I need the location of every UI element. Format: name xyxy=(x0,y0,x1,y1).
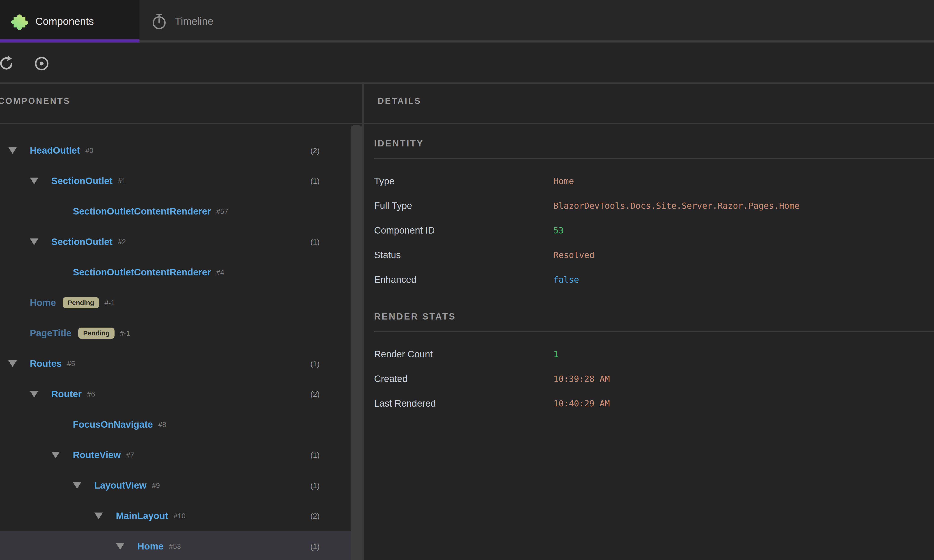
component-name: Home xyxy=(137,541,164,552)
component-name: Router xyxy=(51,389,82,400)
detail-value: Home xyxy=(553,176,574,186)
component-id: #53 xyxy=(169,542,181,551)
section-divider xyxy=(374,158,934,159)
detail-label: Type xyxy=(374,176,553,186)
tab-timeline-label: Timeline xyxy=(175,15,213,27)
child-count: (2) xyxy=(310,390,320,398)
tab-timeline[interactable]: Timeline xyxy=(139,0,256,43)
panel-header-divider xyxy=(0,123,934,124)
detail-row: Full Type BlazorDevTools.Docs.Site.Serve… xyxy=(374,194,934,218)
caret-box xyxy=(116,531,137,560)
tab-components[interactable]: Components xyxy=(0,0,139,43)
tree-row[interactable]: HeadOutlet #0 (2) xyxy=(0,135,351,166)
component-id: #2 xyxy=(118,238,126,246)
detail-value: 10:40:29 AM xyxy=(553,398,610,408)
detail-label: Status xyxy=(374,250,553,260)
component-name: SectionOutlet xyxy=(51,237,113,247)
tree-row[interactable]: HomePending #-1 xyxy=(0,288,351,318)
component-name: FocusOnNavigate xyxy=(73,419,153,430)
tree-row[interactable]: MainLayout #10 (2) xyxy=(0,501,351,531)
details-panel: IDENTITY Type Home Full Type BlazorDevTo… xyxy=(364,125,934,560)
expand-caret-icon[interactable] xyxy=(30,238,38,245)
panel-header-row: COMPONENTS DETAILS xyxy=(0,84,934,123)
component-id: #-1 xyxy=(120,329,130,337)
tree-row[interactable]: SectionOutlet #2 (1) xyxy=(0,226,351,257)
component-id: #1 xyxy=(118,177,126,185)
caret-box xyxy=(8,288,30,318)
caret-box xyxy=(51,196,73,226)
component-name: SectionOutlet xyxy=(51,175,113,186)
details-section: RENDER STATS Render Count 1 Created 10:3… xyxy=(374,311,934,416)
child-count: (1) xyxy=(310,451,320,460)
detail-label: Last Rendered xyxy=(374,398,553,409)
tree-row[interactable]: Home #53 (1) xyxy=(0,531,351,560)
component-id: #-1 xyxy=(105,299,115,307)
component-id: #8 xyxy=(158,420,166,429)
caret-box xyxy=(51,257,73,288)
child-count: (2) xyxy=(310,146,320,155)
component-name: Routes xyxy=(30,358,62,369)
tree-row[interactable]: SectionOutletContentRenderer #57 xyxy=(0,196,351,226)
detail-label: Full Type xyxy=(374,200,553,211)
expand-caret-icon[interactable] xyxy=(94,512,103,519)
component-name: MainLayout xyxy=(116,511,168,521)
tree-row[interactable]: LayoutView #9 (1) xyxy=(0,470,351,501)
caret-box xyxy=(8,135,30,166)
active-tab-indicator xyxy=(0,39,139,43)
detail-row: Component ID 53 xyxy=(374,218,934,243)
panel-splitter[interactable] xyxy=(362,84,364,560)
expand-caret-icon[interactable] xyxy=(30,178,38,184)
section-title: RENDER STATS xyxy=(374,311,934,322)
pending-badge: Pending xyxy=(78,328,114,339)
caret-box xyxy=(51,440,73,470)
caret-box xyxy=(30,379,51,409)
tree-row[interactable]: PageTitlePending #-1 xyxy=(0,318,351,348)
component-name: RouteView xyxy=(73,449,121,460)
child-count: (1) xyxy=(310,238,320,246)
detail-row: Status Resolved xyxy=(374,243,934,267)
expand-caret-icon[interactable] xyxy=(116,543,124,550)
tree-row[interactable]: Router #6 (2) xyxy=(0,379,351,409)
child-count: (1) xyxy=(310,359,320,368)
component-name: LayoutView xyxy=(94,480,147,491)
component-name: SectionOutletContentRenderer xyxy=(73,206,211,217)
puzzle-icon xyxy=(10,12,29,31)
caret-box xyxy=(51,409,73,440)
component-id: #57 xyxy=(216,207,228,215)
component-name: HeadOutlet xyxy=(30,145,80,156)
component-name: SectionOutletContentRenderer xyxy=(73,267,211,278)
caret-box xyxy=(73,470,94,501)
stopwatch-icon xyxy=(150,12,168,31)
expand-caret-icon[interactable] xyxy=(8,147,17,154)
tree-row[interactable]: SectionOutlet #1 (1) xyxy=(0,166,351,196)
expand-caret-icon[interactable] xyxy=(8,360,17,367)
tree-row[interactable]: Routes #5 (1) xyxy=(0,348,351,379)
tree-row[interactable]: RouteView #7 (1) xyxy=(0,440,351,470)
caret-box xyxy=(8,348,30,379)
expand-caret-icon[interactable] xyxy=(30,391,38,397)
record-target-button[interactable] xyxy=(32,54,51,73)
detail-value: false xyxy=(553,275,579,285)
detail-value: BlazorDevTools.Docs.Site.Server.Razor.Pa… xyxy=(553,201,800,211)
component-id: #4 xyxy=(216,268,224,277)
refresh-button[interactable] xyxy=(0,54,16,73)
detail-row: Type Home xyxy=(374,169,934,194)
caret-box xyxy=(30,226,51,257)
tree-scrollbar-thumb[interactable] xyxy=(351,125,362,560)
toolbar xyxy=(0,43,934,82)
tab-components-label: Components xyxy=(36,15,94,27)
tree-row[interactable]: FocusOnNavigate #8 xyxy=(0,409,351,440)
caret-box xyxy=(94,501,116,531)
tab-bar: Components Timeline xyxy=(0,0,934,43)
detail-row: Created 10:39:28 AM xyxy=(374,366,934,391)
section-rows: Render Count 1 Created 10:39:28 AM Last … xyxy=(374,342,934,416)
detail-label: Enhanced xyxy=(374,274,553,285)
child-count: (1) xyxy=(310,542,320,551)
component-id: #0 xyxy=(85,146,93,155)
caret-box xyxy=(30,166,51,196)
expand-caret-icon[interactable] xyxy=(51,452,60,458)
components-panel-header: COMPONENTS xyxy=(0,96,70,106)
expand-caret-icon[interactable] xyxy=(73,482,81,489)
section-divider xyxy=(374,331,934,332)
tree-row[interactable]: SectionOutletContentRenderer #4 xyxy=(0,257,351,288)
